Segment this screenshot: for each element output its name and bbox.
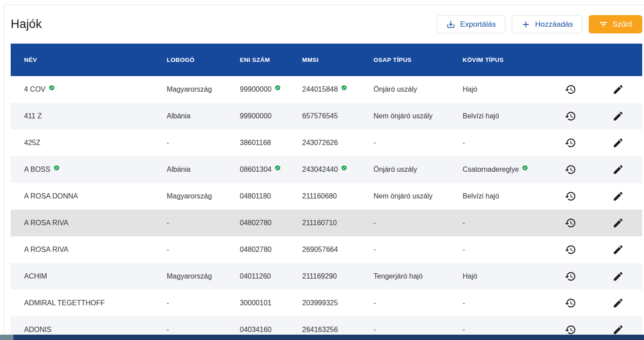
horizontal-scrollbar[interactable] (4, 335, 644, 340)
table-row[interactable]: A ROSA RIVA - 04802780 211160710 - - (11, 210, 642, 236)
cell-name: 411 Z (11, 112, 167, 120)
cell-name: A ROSA RIVA (11, 246, 167, 254)
add-button-label: Hozzáadás (535, 20, 573, 29)
cell-mmsi: 203999325 (302, 299, 373, 307)
cell-osap: Önjáró uszály (373, 166, 463, 174)
history-button[interactable] (562, 267, 579, 285)
title-row: Hajók Exportálás Hozzáadás Szűrő (4, 5, 644, 44)
cell-eni: 04802780 (240, 246, 302, 254)
cell-mmsi: 244015848 (302, 85, 373, 93)
cell-eni: 04011260 (240, 272, 302, 280)
table-row[interactable]: A ROSA RIVA - 04802780 269057664 - - (11, 236, 642, 263)
history-button[interactable] (562, 187, 579, 205)
ships-table: NÉV LOBOGÓ ENI SZÁM MMSI OSAP TÍPUS KÖVI… (11, 44, 642, 340)
cell-kovim: - (463, 246, 547, 254)
filter-button-label: Szűrő (613, 20, 632, 29)
edit-button[interactable] (609, 267, 627, 285)
cell-kovim: Belvízi hajó (463, 192, 547, 200)
column-header-nev: NÉV (11, 57, 167, 63)
cell-osap: - (373, 139, 463, 147)
table-row[interactable]: A ROSA DONNA Magyarország 04801180 21116… (11, 183, 642, 210)
cell-kovim: - (463, 299, 547, 307)
cell-kovim: Hajó (463, 272, 547, 280)
cell-mmsi: 243072626 (302, 139, 373, 147)
pencil-icon (612, 244, 624, 255)
history-icon (565, 217, 576, 229)
history-icon (565, 110, 576, 122)
export-button[interactable]: Exportálás (437, 15, 505, 33)
filter-button[interactable]: Szűrő (589, 15, 642, 33)
history-button[interactable] (562, 107, 579, 125)
cell-name: A ROSA DONNA (11, 192, 167, 200)
cell-flag: - (167, 139, 240, 147)
history-button[interactable] (562, 214, 579, 232)
cell-osap: Tengerjáró hajó (373, 272, 463, 280)
cell-osap: - (373, 246, 463, 254)
add-button[interactable]: Hozzáadás (512, 15, 582, 33)
history-icon (565, 190, 576, 202)
column-header-lobogo: LOBOGÓ (167, 57, 240, 63)
table-row[interactable]: A BOSS Albánia 08601304 243042440 Önjáró… (11, 156, 642, 183)
table-header: NÉV LOBOGÓ ENI SZÁM MMSI OSAP TÍPUS KÖVI… (11, 44, 642, 76)
cell-kovim: Belvízi hajó (463, 112, 547, 120)
verified-badge-icon (275, 166, 281, 171)
history-icon (565, 324, 576, 336)
cell-flag: - (167, 219, 240, 227)
edit-button[interactable] (609, 161, 627, 178)
pencil-icon (612, 297, 624, 309)
edit-button[interactable] (609, 214, 627, 232)
table-row[interactable]: 4 COV Magyarország 99900000 244015848 Ön… (11, 76, 642, 103)
history-button[interactable] (562, 294, 579, 312)
history-icon (565, 84, 576, 95)
pencil-icon (612, 110, 624, 122)
edit-button[interactable] (609, 81, 627, 98)
cell-mmsi: 264163256 (302, 326, 373, 334)
cell-kovim: Csatornadereglye (463, 166, 547, 174)
cell-mmsi: 269057664 (302, 246, 373, 254)
edit-button[interactable] (609, 294, 627, 312)
cell-flag: Magyarország (167, 272, 240, 280)
cell-mmsi: 657576545 (302, 112, 373, 120)
edit-button[interactable] (609, 107, 627, 125)
cell-flag: - (167, 246, 240, 254)
table-row[interactable]: 411 Z Albánia 99900000 657576545 Nem önj… (11, 103, 642, 130)
edit-button[interactable] (609, 134, 627, 152)
pencil-icon (612, 217, 624, 229)
edit-button[interactable] (609, 187, 627, 205)
table-row[interactable]: ACHIM Magyarország 04011260 211169290 Te… (11, 263, 642, 290)
cell-flag: Magyarország (167, 192, 240, 200)
cell-eni: 04034160 (240, 326, 302, 334)
cell-flag: Albánia (167, 166, 240, 174)
cell-eni: 30000101 (240, 299, 302, 307)
pencil-icon (612, 84, 624, 95)
cell-kovim: - (463, 219, 547, 227)
history-icon (565, 244, 576, 255)
page-title: Hajók (11, 17, 42, 31)
history-icon (565, 297, 576, 309)
cell-name: A ROSA RIVA (11, 219, 167, 227)
history-button[interactable] (562, 81, 579, 98)
cell-mmsi: 243042440 (302, 166, 373, 174)
cell-kovim: - (463, 139, 547, 147)
history-button[interactable] (562, 241, 579, 259)
table-row[interactable]: ADMIRAL TEGETTHOFF - 30000101 203999325 … (11, 290, 642, 316)
history-button[interactable] (562, 134, 579, 152)
cell-osap: - (373, 299, 463, 307)
column-header-eni: ENI SZÁM (240, 57, 302, 63)
cell-flag: - (167, 326, 240, 334)
cell-name: ACHIM (11, 272, 167, 280)
cell-mmsi: 211160710 (302, 219, 373, 227)
table-row[interactable]: 425Z - 38601168 243072626 - - (11, 130, 642, 156)
cell-mmsi: 211160680 (302, 192, 373, 200)
verified-badge-icon (49, 85, 55, 91)
verified-badge-icon (341, 85, 347, 91)
toolbar: Exportálás Hozzáadás Szűrő (437, 15, 642, 33)
history-button[interactable] (562, 161, 579, 178)
cell-eni: 38601168 (240, 139, 302, 147)
history-icon (565, 137, 576, 149)
verified-badge-icon (341, 166, 347, 171)
cell-flag: Albánia (167, 112, 240, 120)
verified-badge-icon (53, 166, 60, 171)
download-icon (446, 20, 455, 29)
edit-button[interactable] (609, 241, 627, 259)
